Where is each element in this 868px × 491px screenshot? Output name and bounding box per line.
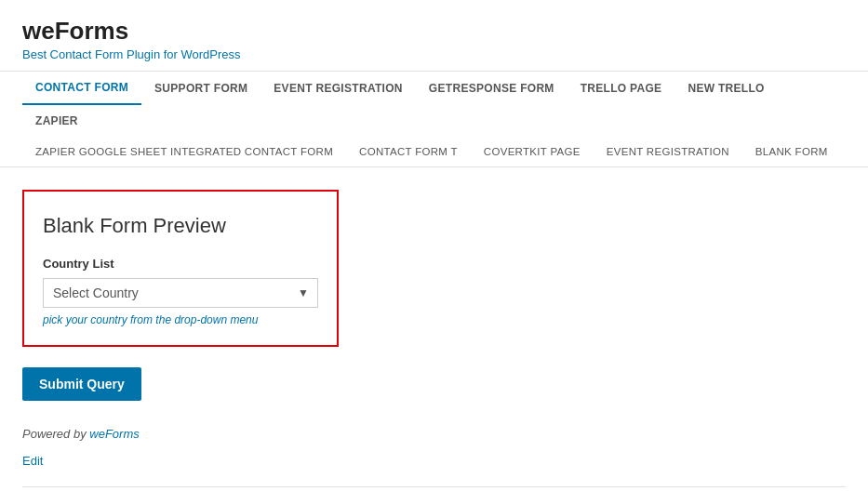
nav-row-2: ZAPIER GOOGLE SHEET INTEGRATED CONTACT F…: [22, 137, 846, 166]
site-header: weForms Best Contact Form Plugin for Wor…: [0, 0, 868, 72]
nav-bar: CONTACT FORM SUPPORT FORM EVENT REGISTRA…: [0, 72, 868, 167]
nav-item-getresponse-form[interactable]: GETRESPONSE FORM: [416, 73, 568, 104]
site-title: weForms: [22, 17, 846, 46]
nav-item-support-form[interactable]: SUPPORT FORM: [141, 73, 260, 104]
nav-item-blank-form[interactable]: BLANK FORM: [742, 137, 841, 166]
nav-item-contact-form-t[interactable]: CONTACT FORM T: [346, 137, 471, 166]
country-select[interactable]: Select Country United States United King…: [43, 278, 318, 308]
country-list-label: Country List: [43, 257, 318, 271]
nav-item-event-registration[interactable]: EVENT REGISTRATION: [260, 73, 416, 104]
nav-item-contact-form[interactable]: CONTACT FORM: [22, 72, 141, 105]
submit-button[interactable]: Submit Query: [22, 367, 141, 401]
edit-link[interactable]: Edit: [22, 454, 43, 468]
form-preview-box: Blank Form Preview Country List Select C…: [22, 190, 339, 347]
nav-item-zapier-google[interactable]: ZAPIER GOOGLE SHEET INTEGRATED CONTACT F…: [22, 137, 346, 166]
nav-row-1: CONTACT FORM SUPPORT FORM EVENT REGISTRA…: [22, 72, 846, 137]
bottom-bar: [22, 486, 846, 487]
nav-item-new-trello[interactable]: NEW TRELLO: [674, 73, 777, 104]
field-hint: pick your country from the drop-down men…: [43, 313, 318, 326]
weforms-link[interactable]: weForms: [89, 427, 139, 441]
site-subtitle: Best Contact Form Plugin for WordPress: [22, 47, 846, 61]
powered-by: Powered by weForms: [22, 427, 846, 441]
nav-item-covertkit[interactable]: COVERTKIT PAGE: [471, 137, 594, 166]
nav-item-zapier[interactable]: ZAPIER: [22, 105, 91, 137]
main-content: Blank Form Preview Country List Select C…: [0, 167, 868, 491]
powered-by-text: Powered by: [22, 427, 89, 441]
nav-item-event-reg-2[interactable]: EVENT REGISTRATION: [594, 137, 742, 166]
nav-item-trello-page[interactable]: TRELLO PAGE: [568, 73, 675, 104]
form-preview-title: Blank Form Preview: [43, 214, 318, 238]
select-wrapper: Select Country United States United King…: [43, 278, 318, 308]
